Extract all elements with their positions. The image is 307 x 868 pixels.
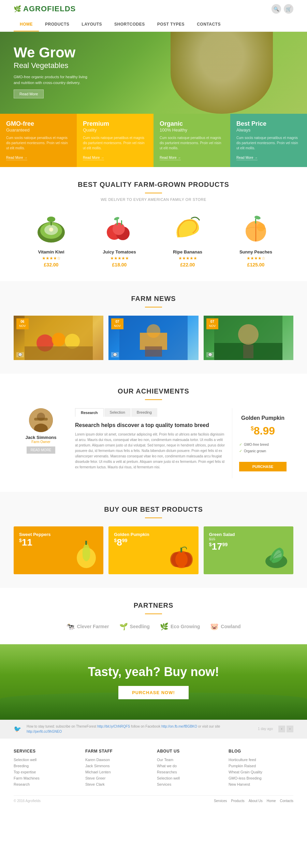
footer-service-1[interactable]: Selection well <box>14 758 78 762</box>
facebook-link[interactable]: http://on.fb.me/fBGBKO <box>161 725 197 728</box>
peppers-label: Sweet Peppers <box>19 532 51 537</box>
footer-nav-products[interactable]: Products <box>231 799 244 803</box>
peppers-image <box>73 539 100 571</box>
footer-grid: SERVICES Selection well Breeding Top exp… <box>14 749 293 788</box>
product-tomatoes[interactable]: Juicy Tomatoes ★★★★★ £18.00 <box>89 212 150 267</box>
cta-button[interactable]: PURCHASE NOW! <box>118 686 189 699</box>
feature-premium-subtitle: Quality <box>83 127 147 133</box>
salad-price: $1799 <box>209 541 235 552</box>
footer-staff-4[interactable]: Steve Greer <box>85 776 150 780</box>
nav-products[interactable]: PRODUCTS <box>39 18 75 31</box>
tab-selection[interactable]: Selection <box>104 408 131 417</box>
best-card-salad[interactable]: Green Salad $15 $1799 <box>204 526 293 574</box>
nav-shortcodes[interactable]: SHORTCODES <box>108 18 151 31</box>
themeforest-link[interactable]: http://bit.ly/ChNRQFS <box>97 725 130 728</box>
footer-staff-1[interactable]: Karen Dawson <box>85 758 150 762</box>
partner-seedling[interactable]: 🌱 Seedling <box>119 622 150 631</box>
footer-nav-contacts[interactable]: Contacts <box>280 799 293 803</box>
partner-cowland[interactable]: 🐷 Cowland <box>210 622 240 631</box>
feature-boxes: GMO-free Guaranteed Cum sociis natoque p… <box>0 114 307 167</box>
social-prev-arrow[interactable]: ‹ <box>278 726 285 732</box>
main-nav: HOME PRODUCTS LAYOUTS SHORTCODES POST TY… <box>0 18 307 32</box>
nav-layouts[interactable]: LAYOUTS <box>75 18 108 31</box>
purchase-button[interactable]: PURCHASE <box>239 462 287 471</box>
nav-post-types[interactable]: POST TYPES <box>151 18 191 31</box>
person-role: Farm Owner <box>14 440 68 444</box>
feature-premium-link[interactable]: Read More → <box>83 156 104 160</box>
footer-blog-1[interactable]: Horticulture feed <box>229 758 293 762</box>
footer-blog-3[interactable]: Wheat Grain Quality <box>229 770 293 774</box>
svg-rect-32 <box>34 418 48 421</box>
achievement-product: Golden Pumpkin $8.99 GMO-free breed Orga… <box>232 408 293 478</box>
hero-content: We Grow Real Vegetables GMO-free organic… <box>14 45 89 98</box>
achievements-inner: Jack Simmons Farm Owner READ MORE Resear… <box>14 408 293 478</box>
partners-section: PARTNERS 🐄 Clever Farmer 🌱 Seedling 🌿 Ec… <box>0 588 307 644</box>
footer-nav-about[interactable]: About Us <box>249 799 263 803</box>
footer-about-5[interactable]: Services <box>157 782 222 786</box>
svg-point-8 <box>113 223 125 235</box>
product-kiwi[interactable]: Vitamin Kiwi ★★★★☆ £32.00 <box>20 212 82 267</box>
footer-service-3[interactable]: Top expertise <box>14 770 78 774</box>
footer-about-4[interactable]: Selection well <box>157 776 222 780</box>
footer-about-3[interactable]: Researches <box>157 770 222 774</box>
news-chat-1: 💬 <box>16 352 24 357</box>
tab-research[interactable]: Research <box>75 408 104 417</box>
footer-nav-services[interactable]: Services <box>214 799 227 803</box>
feature-organic-link[interactable]: Read More → <box>160 156 181 160</box>
social-next-arrow[interactable]: › <box>287 726 293 732</box>
best-card-pumpkin[interactable]: Golden Pumpkin $899 <box>108 526 198 574</box>
product-bananas-price: £22.00 <box>157 262 218 267</box>
footer-service-2[interactable]: Breeding <box>14 764 78 768</box>
svg-rect-24 <box>145 346 162 357</box>
footer-about-2[interactable]: What we do <box>157 764 222 768</box>
product-grid: Vitamin Kiwi ★★★★☆ £32.00 Juicy Tomatoes… <box>14 212 293 267</box>
news-card-1[interactable]: 06NOV 💬 <box>14 316 103 360</box>
footer-blog-4[interactable]: GMO-less Breeding <box>229 776 293 780</box>
product-kiwi-stars: ★★★★☆ <box>20 256 82 261</box>
feature-box-premium: Premium Quality Cum sociis natoque penat… <box>77 114 154 167</box>
news-card-3[interactable]: 07NOV 💬 <box>204 316 293 360</box>
footer-blog-5[interactable]: New Harvest <box>229 782 293 786</box>
footer-service-5[interactable]: Research <box>14 782 78 786</box>
nav-home[interactable]: HOME <box>14 18 39 31</box>
footer-blog-2[interactable]: Pumpkin Raised <box>229 764 293 768</box>
product-bananas[interactable]: Ripe Bananas ★★★★★ £22.00 <box>157 212 218 267</box>
peppers-price: $11 <box>19 537 51 548</box>
footer: SERVICES Selection well Breeding Top exp… <box>0 738 307 806</box>
feature-gmo-free: GMO-free breed <box>239 441 287 448</box>
product-peaches[interactable]: Sunny Peaches ★★★★☆ £125.00 <box>225 212 287 267</box>
partner-eco-growing[interactable]: 🌿 Eco Growing <box>160 622 200 631</box>
footer-staff-3[interactable]: Michael Lenten <box>85 770 150 774</box>
achievement-product-name: Golden Pumpkin <box>239 415 287 421</box>
hero-read-more-button[interactable]: Read More <box>14 89 44 98</box>
partner-clever-farmer-name: Clever Farmer <box>77 624 109 629</box>
salad-image <box>263 542 290 571</box>
footer-about-1[interactable]: Our Team <box>157 758 222 762</box>
partner-clever-farmer[interactable]: 🐄 Clever Farmer <box>66 622 109 631</box>
footer-about-title: ABOUT US <box>157 749 222 754</box>
partners-title: PARTNERS <box>14 602 293 609</box>
tab-breeding[interactable]: Breeding <box>131 408 157 417</box>
footer-nav-home[interactable]: Home <box>267 799 276 803</box>
best-card-peppers[interactable]: Sweet Peppers $11 <box>14 526 103 574</box>
footer-staff-title: FARM STAFF <box>85 749 150 754</box>
svg-point-27 <box>238 324 259 345</box>
footer-staff-2[interactable]: Jack Simmons <box>85 764 150 768</box>
feature-gmo-link[interactable]: Read More → <box>6 156 27 160</box>
cta-title: Tasty, yeah? Buy now! <box>14 665 293 679</box>
news-card-2[interactable]: 07NOV 💬 <box>108 316 198 360</box>
product-peaches-name: Sunny Peaches <box>225 249 287 254</box>
nav-contacts[interactable]: CONTACTS <box>191 18 227 31</box>
read-more-button[interactable]: READ MORE <box>27 446 56 454</box>
cart-button[interactable]: 🛒 <box>284 4 293 14</box>
site-link[interactable]: http://perfit.cc/9hGNEO <box>27 730 62 733</box>
feature-price-link[interactable]: Read More → <box>236 156 258 160</box>
partners-grid: 🐄 Clever Farmer 🌱 Seedling 🌿 Eco Growing… <box>14 622 293 631</box>
svg-rect-39 <box>180 548 182 552</box>
search-button[interactable]: 🔍 <box>272 4 281 14</box>
footer-staff-5[interactable]: Steve Clark <box>85 782 150 786</box>
footer-service-4[interactable]: Farm Machines <box>14 776 78 780</box>
brand-name: AGROFIELDS <box>23 4 76 13</box>
feature-premium-title: Premium <box>83 121 147 127</box>
salad-old-price: $15 <box>209 537 235 541</box>
